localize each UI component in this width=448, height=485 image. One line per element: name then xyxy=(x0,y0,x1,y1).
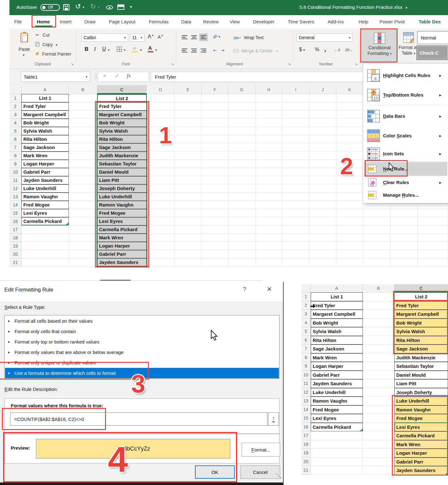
annotation-step4: 4 xyxy=(108,441,128,477)
annotation-step3: 3 xyxy=(131,371,145,397)
data-bars-icon xyxy=(367,110,380,123)
menu-item-label: Top/Bottom Rules xyxy=(383,85,423,105)
submenu-arrow-icon: ▸ xyxy=(439,146,442,162)
manage-rules-icon xyxy=(368,191,376,199)
menu-item-label: Clear Rules xyxy=(383,177,409,189)
menu-item-label: Data Bars xyxy=(383,106,405,126)
annotation-step2: 2 xyxy=(340,155,353,178)
svg-text:10: 10 xyxy=(374,96,378,100)
menu-item-manage-rules[interactable]: Manage Rules... xyxy=(363,189,448,201)
clear-rules-icon xyxy=(368,178,376,187)
color-scales-icon xyxy=(367,129,380,142)
menu-item-clear-rules[interactable]: Clear Rules▸ xyxy=(363,177,448,189)
submenu-arrow-icon: ▸ xyxy=(439,85,442,105)
menu-item-top-bottom-rules[interactable]: 10Top/Bottom Rules▸ xyxy=(363,85,448,105)
icon-sets-icon xyxy=(367,147,380,160)
top-bottom-rules-icon: 10 xyxy=(367,89,380,101)
menu-item-highlight-cells-rules[interactable]: ≤Highlight Cells Rules▸ xyxy=(363,66,448,85)
menu-item-label: Highlight Cells Rules xyxy=(383,66,430,85)
menu-item-new-rule[interactable]: New Rule... xyxy=(363,163,448,175)
conditional-formatting-menu-items: ≤Highlight Cells Rules▸10Top/Bottom Rule… xyxy=(0,0,448,485)
submenu-arrow-icon: ▸ xyxy=(439,106,442,126)
menu-separator xyxy=(365,161,447,162)
annotation-step1: 1 xyxy=(159,124,172,147)
mouse-cursor-sheet2 xyxy=(310,304,315,309)
active-tab-underline xyxy=(35,26,52,27)
svg-text:≤: ≤ xyxy=(374,75,377,81)
menu-item-label: Icon Sets xyxy=(383,146,404,162)
new-rule-icon xyxy=(368,165,376,173)
screenshot-canvas: AutoSave Off ↺ ▾ ↻ ▾ ▾ 5.8 Conditional F… xyxy=(0,0,448,485)
submenu-arrow-icon: ▸ xyxy=(439,66,442,85)
menu-item-icon-sets[interactable]: Icon Sets▸ xyxy=(363,146,448,162)
highlight-cells-rules-icon: ≤ xyxy=(367,69,380,82)
menu-item-color-scales[interactable]: Color Scales▸ xyxy=(363,126,448,146)
menu-separator xyxy=(365,105,447,105)
submenu-arrow-icon: ▸ xyxy=(439,126,442,146)
menu-item-label: New Rule... xyxy=(383,163,408,175)
menu-item-label: Manage Rules... xyxy=(383,189,419,201)
submenu-arrow-icon: ▸ xyxy=(439,177,442,189)
menu-item-data-bars[interactable]: Data Bars▸ xyxy=(363,106,448,126)
mouse-cursor-dialog xyxy=(210,330,218,342)
menu-item-label: Color Scales xyxy=(383,126,412,146)
mouse-cursor-menu xyxy=(388,162,395,173)
